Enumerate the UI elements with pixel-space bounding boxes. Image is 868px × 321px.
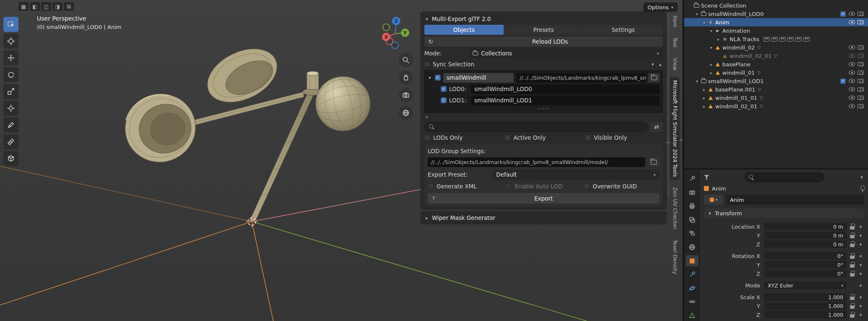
lods-only-option[interactable]: LODs Only [424,134,502,141]
outliner-row-windmill-01-01[interactable]: ▸ windmill_01_01 ▽ [684,94,868,102]
rotation-mode-dropdown[interactable]: XYZ Euler ▾ [764,282,847,289]
navigation-gizmo[interactable]: Z X Y [378,16,413,51]
lock-icon[interactable] [849,262,855,268]
nla-strip-icon[interactable] [771,37,778,42]
properties-tab-physics[interactable] [686,282,698,294]
gizmo-axis-neg-z[interactable] [392,42,398,49]
search-input[interactable] [424,122,648,132]
object-name-field[interactable]: Anim [726,195,864,205]
animate-dot[interactable] [858,296,863,298]
eye-icon[interactable] [849,54,855,58]
properties-tab-view-layer[interactable] [686,214,698,226]
generate-xml-checkbox[interactable] [428,183,434,189]
outliner-row-lod1[interactable]: ▾ smallWindmill_LOD1 ✓ [684,77,868,85]
expand-caret-icon[interactable]: ▾ [427,75,432,81]
camera-visibility-icon[interactable] [858,79,864,83]
active-only-checkbox[interactable] [505,135,510,141]
nla-strip-icon[interactable] [787,37,794,42]
transform-tool-button[interactable] [3,101,18,116]
camera-visibility-icon[interactable] [858,62,864,66]
lod0-checkbox[interactable]: ✓ [441,86,447,92]
outliner-row-nla-tracks[interactable]: ▸ ≡ NLA Tracks [684,35,868,43]
outliner-row-windmill-01[interactable]: ▸ windmill_01 ▽ [684,68,868,77]
move-tool-button[interactable] [3,50,18,65]
animate-dot[interactable] [858,264,863,266]
outliner-row-baseplane-001[interactable]: ▸ basePlane.001 ▽ [684,85,868,94]
disclosure-triangle[interactable]: ▾ [694,12,700,16]
cursor-tool-button[interactable] [3,34,18,49]
reload-lods-button[interactable]: Reload LODs [437,37,663,47]
properties-tab-render[interactable] [686,187,698,198]
filter-funnel-icon[interactable] [704,175,709,180]
scale-x-field[interactable]: 1.000 [764,293,847,301]
sort-caret-icon[interactable]: ▴ [658,62,663,67]
outliner-row-windmill-02[interactable]: ▾ windmill_02 ▽ [684,43,868,52]
lod1-name-field[interactable]: smallWindmill_LOD1 [471,96,660,105]
visible-only-checkbox[interactable] [585,135,591,141]
location-y-field[interactable]: 0 m [764,232,847,239]
outliner-row-windmill-02-01-lod1[interactable]: ▸ windmill_02_01 ▽ [684,102,868,110]
outliner-row-lod0[interactable]: ▾ smallWindmill_LOD0 ✓ [684,10,868,18]
camera-visibility-icon[interactable] [858,45,864,50]
animate-dot[interactable] [858,273,863,275]
animate-dot[interactable] [858,305,863,307]
disclosure-triangle[interactable]: ▸ [701,104,707,109]
disclosure-triangle[interactable]: ▸ [701,96,707,100]
disclosure-triangle[interactable]: ▾ [708,45,714,50]
active-only-option[interactable]: Active Only [505,134,582,141]
disclosure-triangle[interactable]: ▸ [715,37,722,42]
enable-auto-lod-option[interactable]: Enable Auto LOD [506,183,581,190]
outliner-row-scene-collection[interactable]: Scene Collection [684,1,868,10]
camera-visibility-icon[interactable] [858,96,864,100]
gizmo-toggle-icon[interactable]: ◧ [30,2,40,11]
nla-strip-icon[interactable] [763,37,770,42]
options-caret-icon[interactable]: ▾ [859,175,864,180]
camera-visibility-icon[interactable] [858,12,864,16]
animate-dot[interactable] [858,255,863,257]
properties-tab-output[interactable] [686,201,698,212]
measure-tool-button[interactable] [3,134,18,149]
lod0-name-field[interactable]: smallWindmill_LOD0 [471,84,660,94]
export-button[interactable]: ↑ Export [428,193,659,204]
pan-button[interactable] [399,70,413,85]
properties-tab-object[interactable] [686,255,698,266]
camera-visibility-icon[interactable] [858,70,864,75]
animate-dot[interactable] [858,243,863,245]
toggle-ortho-button[interactable] [399,106,413,120]
tab-zen-uv-checker[interactable]: Zen UV Checker [670,184,680,232]
collapse-caret-icon[interactable]: ▾ [424,16,429,22]
disclosure-triangle[interactable]: ▸ [708,62,714,67]
lod-group-row[interactable]: ▾ ✓ smallWindmill //../../SimObjects/Lan… [427,73,660,83]
mode-dropdown[interactable]: Collections ▾ [469,48,663,58]
tab-item[interactable]: Item [670,13,680,30]
camera-visibility-icon[interactable] [858,104,864,108]
collection-checkbox[interactable]: ✓ [840,78,846,84]
sync-selection-checkbox[interactable] [424,61,430,67]
properties-tab-tool[interactable] [686,173,698,185]
disclosure-triangle[interactable]: ▸ [701,87,707,92]
pin-icon[interactable] [860,185,864,192]
options-button[interactable]: Options ▾ [643,3,677,12]
location-x-field[interactable]: 0 m [764,223,847,230]
browse-folder-button[interactable] [648,73,660,83]
disclosure-triangle[interactable]: ▾ [701,20,707,25]
refresh-icon-button[interactable]: ↻ [424,37,437,47]
swap-filter-button[interactable]: ⇄ [650,122,663,132]
lock-icon[interactable] [849,294,855,300]
overwrite-guid-option[interactable]: Overwrite GUID [584,183,659,190]
tab-tool[interactable]: Tool [670,34,680,50]
eye-icon[interactable] [849,62,855,66]
tab-settings[interactable]: Settings [583,25,663,35]
n-panel-scrollbar[interactable] [667,13,669,198]
properties-tab-scene[interactable] [686,228,698,239]
overlay-toggle-icon[interactable]: ◫ [41,2,51,11]
zoom-button[interactable] [399,53,413,67]
filter-toggle-caret-icon[interactable]: ▾ [424,115,429,120]
eye-icon[interactable] [849,20,855,24]
xray-toggle-icon[interactable]: ◨ [52,2,63,11]
tab-view[interactable]: View [670,55,680,73]
disclosure-triangle[interactable]: ▸ [708,70,714,75]
lock-icon[interactable] [849,241,855,247]
animate-dot[interactable] [858,226,863,228]
tab-objects[interactable]: Objects [424,25,504,35]
